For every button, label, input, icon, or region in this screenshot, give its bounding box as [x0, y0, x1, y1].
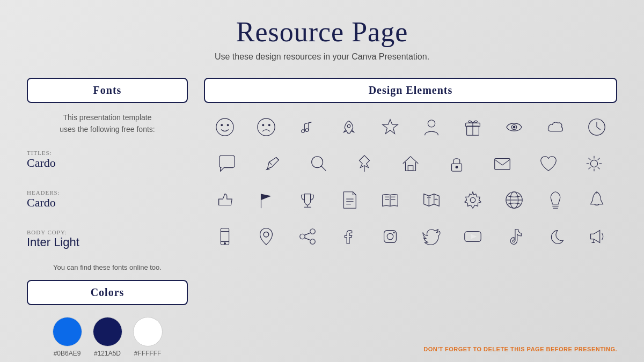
- star-icon: [374, 111, 406, 143]
- music-icon: [291, 111, 324, 143]
- phone-icon: [209, 220, 241, 253]
- main-title: Resource Page: [215, 16, 429, 48]
- location-icon: [250, 220, 282, 253]
- swatch-1: #0B6AE9: [53, 317, 82, 357]
- svg-line-70: [305, 233, 310, 235]
- header: Resource Page Use these design resources…: [215, 16, 429, 62]
- headers-font: HEADERS: Cardo: [27, 189, 188, 210]
- svg-point-55: [470, 197, 475, 203]
- bell-icon: [581, 184, 613, 216]
- svg-point-25: [312, 157, 323, 168]
- icons-row-2: [204, 147, 617, 180]
- svg-point-3: [257, 119, 274, 136]
- sun-icon: [578, 147, 610, 180]
- svg-marker-76: [471, 234, 477, 239]
- fonts-desc-line2: uses the following free fonts:: [60, 125, 155, 134]
- svg-line-38: [598, 167, 600, 169]
- svg-line-24: [276, 158, 279, 160]
- svg-point-73: [387, 233, 393, 239]
- color-circle-dark: [93, 317, 122, 346]
- svg-line-26: [321, 166, 326, 171]
- globe-icon: [498, 184, 530, 216]
- chat-icon: [211, 147, 243, 180]
- footer-warning: DON'T FORGET TO DELETE THIS PAGE BEFORE …: [423, 346, 617, 352]
- svg-point-68: [299, 234, 305, 239]
- svg-point-4: [262, 124, 264, 126]
- svg-line-23: [269, 162, 272, 165]
- svg-rect-31: [495, 159, 510, 170]
- pencil-icon: [257, 147, 289, 180]
- lightbulb-icon: [539, 184, 572, 216]
- pin-icon: [348, 147, 380, 180]
- colors-section: Colors #0B6AE9 #121A5D #FFFFFF: [27, 280, 188, 362]
- headers-label: HEADERS:: [27, 189, 188, 196]
- facebook-icon: [333, 220, 365, 253]
- icons-row-4: [204, 220, 617, 253]
- svg-point-2: [227, 124, 229, 126]
- fonts-section-header: Fonts: [27, 78, 188, 103]
- sad-icon: [250, 111, 282, 143]
- colors-label: Colors: [91, 286, 125, 298]
- titles-font-name: Cardo: [27, 156, 188, 170]
- page: Resource Page Use these design resources…: [0, 0, 644, 362]
- svg-point-67: [310, 229, 315, 234]
- fonts-description: This presentation template uses the foll…: [27, 112, 188, 136]
- svg-point-69: [310, 239, 315, 245]
- design-elements-label: Design Elements: [369, 84, 453, 96]
- map-icon: [415, 184, 448, 216]
- body-font-name: Inter Light: [27, 235, 188, 249]
- share-icon: [291, 220, 324, 253]
- titles-label: TITLES:: [27, 150, 188, 156]
- youtube-icon: [457, 220, 489, 253]
- svg-rect-62: [221, 228, 229, 245]
- document-icon: [333, 184, 365, 216]
- twitter-icon: [415, 220, 448, 253]
- right-panel: Design Elements: [204, 78, 617, 362]
- rocket-icon: [333, 111, 365, 143]
- mail-icon: [486, 147, 518, 180]
- icons-grid: [204, 111, 617, 253]
- body-label: BODY COPY:: [27, 229, 188, 235]
- svg-rect-28: [408, 166, 413, 171]
- swatch-2: #121A5D: [93, 317, 122, 357]
- titles-font: TITLES: Cardo: [27, 150, 188, 170]
- color-hex-white: #FFFFFF: [134, 350, 162, 357]
- search-icon: [303, 147, 335, 180]
- clock-icon: [581, 111, 613, 143]
- svg-point-65: [224, 242, 225, 244]
- body-font: BODY COPY: Inter Light: [27, 229, 188, 249]
- home-icon: [394, 147, 427, 180]
- svg-point-19: [513, 126, 515, 128]
- tiktok-icon: [498, 220, 530, 253]
- icons-row-1: [204, 111, 617, 143]
- fonts-label: Fonts: [93, 84, 122, 96]
- svg-point-32: [590, 160, 597, 167]
- color-swatches: #0B6AE9 #121A5D #FFFFFF: [27, 312, 188, 362]
- icons-row-3: [204, 184, 617, 216]
- svg-point-1: [221, 124, 222, 126]
- color-circle-white: [133, 317, 163, 346]
- moon-icon: [539, 220, 572, 253]
- color-circle-blue: [53, 317, 82, 346]
- colors-section-header: Colors: [27, 280, 188, 305]
- cloud-icon: [539, 111, 572, 143]
- svg-point-30: [456, 166, 458, 168]
- svg-point-0: [216, 119, 233, 136]
- svg-point-5: [268, 124, 270, 126]
- svg-point-74: [393, 232, 394, 233]
- eye-icon: [498, 111, 530, 143]
- color-hex-blue: #0B6AE9: [54, 350, 81, 357]
- content-area: Fonts This presentation template uses th…: [27, 78, 617, 362]
- svg-line-22: [597, 127, 601, 130]
- subtitle: Use these design resources in your Canva…: [215, 52, 429, 62]
- thumbsup-icon: [209, 184, 241, 216]
- smiley-icon: [209, 111, 241, 143]
- svg-point-14: [428, 120, 435, 127]
- gear-icon: [457, 184, 489, 216]
- gift-icon: [457, 111, 489, 143]
- svg-line-37: [589, 158, 591, 160]
- color-hex-dark: #121A5D: [94, 350, 121, 357]
- trophy-icon: [291, 184, 324, 216]
- svg-line-40: [589, 167, 591, 169]
- svg-point-10: [301, 130, 304, 133]
